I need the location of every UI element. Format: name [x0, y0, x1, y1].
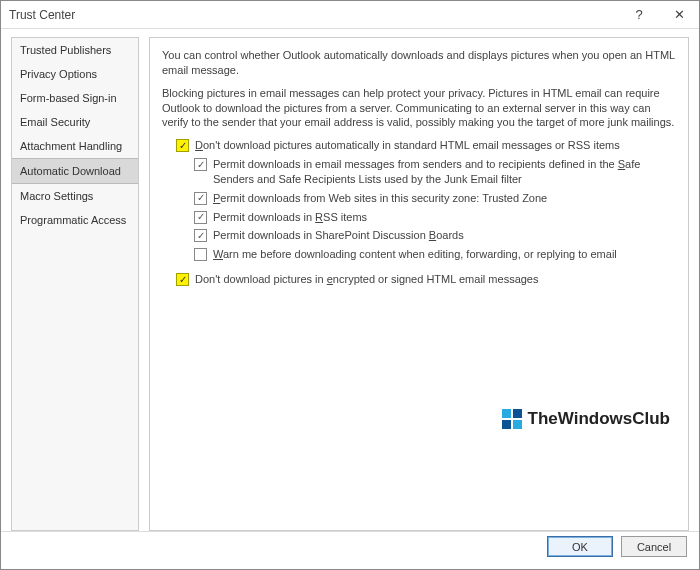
sidebar-item-privacy-options[interactable]: Privacy Options — [12, 62, 138, 86]
option-label: Don't download pictures in encrypted or … — [195, 272, 676, 287]
cancel-button[interactable]: Cancel — [621, 536, 687, 557]
sidebar-item-trusted-publishers[interactable]: Trusted Publishers — [12, 38, 138, 62]
option-warn-before-downloading[interactable]: Warn me before downloading content when … — [194, 247, 676, 262]
option-label: Permit downloads in RSS items — [213, 210, 676, 225]
windows-flag-icon — [502, 409, 522, 429]
checkbox-icon[interactable] — [194, 229, 207, 242]
ok-button[interactable]: OK — [547, 536, 613, 557]
option-permit-rss[interactable]: Permit downloads in RSS items — [194, 210, 676, 225]
option-dont-download-standard[interactable]: Don't download pictures automatically in… — [176, 138, 676, 153]
window-title: Trust Center — [9, 8, 619, 22]
intro-text: You can control whether Outlook automati… — [162, 48, 676, 130]
option-label: Permit downloads in SharePoint Discussio… — [213, 228, 676, 243]
svg-rect-1 — [513, 409, 522, 418]
option-label: Permit downloads in email messages from … — [213, 157, 676, 187]
sidebar-item-programmatic-access[interactable]: Programmatic Access — [12, 208, 138, 232]
intro-paragraph-1: You can control whether Outlook automati… — [162, 48, 676, 78]
sidebar-item-macro-settings[interactable]: Macro Settings — [12, 184, 138, 208]
option-dont-download-encrypted[interactable]: Don't download pictures in encrypted or … — [176, 272, 676, 287]
nested-options: Permit downloads in email messages from … — [194, 157, 676, 262]
option-label: Warn me before downloading content when … — [213, 247, 676, 262]
sidebar-item-attachment-handling[interactable]: Attachment Handling — [12, 134, 138, 158]
option-permit-sharepoint[interactable]: Permit downloads in SharePoint Discussio… — [194, 228, 676, 243]
sidebar-item-email-security[interactable]: Email Security — [12, 110, 138, 134]
dialog-body: Trusted Publishers Privacy Options Form-… — [1, 29, 699, 531]
option-label: Don't download pictures automatically in… — [195, 138, 676, 153]
category-sidebar: Trusted Publishers Privacy Options Form-… — [11, 37, 139, 531]
watermark: TheWindowsClub — [502, 408, 670, 431]
titlebar: Trust Center ? ✕ — [1, 1, 699, 29]
svg-rect-3 — [513, 420, 522, 429]
option-permit-safe-senders[interactable]: Permit downloads in email messages from … — [194, 157, 676, 187]
sidebar-item-form-based-sign-in[interactable]: Form-based Sign-in — [12, 86, 138, 110]
content-pane: You can control whether Outlook automati… — [149, 37, 689, 531]
checkbox-icon[interactable] — [176, 139, 189, 152]
svg-rect-2 — [502, 420, 511, 429]
checkbox-icon[interactable] — [194, 158, 207, 171]
sidebar-item-automatic-download[interactable]: Automatic Download — [12, 158, 138, 184]
svg-rect-0 — [502, 409, 511, 418]
option-label: Permit downloads from Web sites in this … — [213, 191, 676, 206]
watermark-text: TheWindowsClub — [528, 408, 670, 431]
checkbox-icon[interactable] — [194, 211, 207, 224]
intro-paragraph-2: Blocking pictures in email messages can … — [162, 86, 676, 131]
checkbox-icon[interactable] — [194, 248, 207, 261]
checkbox-icon[interactable] — [176, 273, 189, 286]
option-permit-trusted-zone[interactable]: Permit downloads from Web sites in this … — [194, 191, 676, 206]
close-button[interactable]: ✕ — [659, 1, 699, 29]
dialog-footer: OK Cancel — [1, 531, 699, 561]
checkbox-icon[interactable] — [194, 192, 207, 205]
help-button[interactable]: ? — [619, 1, 659, 29]
